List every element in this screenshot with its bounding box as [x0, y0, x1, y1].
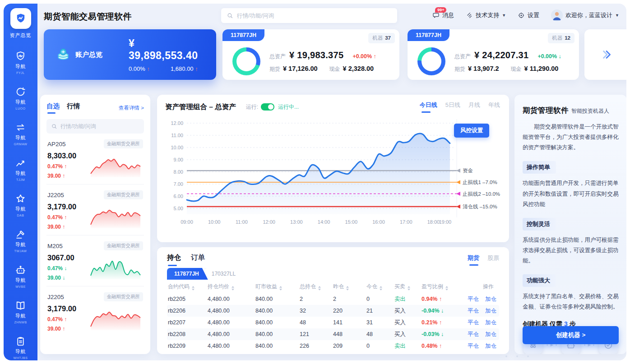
sidebar-item-6[interactable]: 导航TWJAW [4, 226, 37, 255]
table-row[interactable]: rb22064,480.00840.003222021买入-0.94% ↓平仓加… [167, 305, 499, 317]
support-label: 技术支持 [476, 11, 499, 19]
futures-value: ¥ 13,907.2 [468, 65, 499, 72]
carousel-dots[interactable] [505, 355, 529, 357]
svg-text:17:00: 17:00 [400, 219, 412, 225]
sort-icon[interactable] [380, 286, 382, 290]
settings-button[interactable]: 设置 [518, 11, 539, 19]
cell-total-pos: 121 [300, 331, 333, 337]
tab-quotes[interactable]: 行情 [67, 102, 80, 114]
watchlist-item-AP205[interactable]: AP205金融期货交易所8,303.000.47% ↑39.00 ↑ [46, 134, 144, 184]
view-details-link[interactable]: 查看详情 > [119, 105, 144, 111]
book-icon [15, 300, 26, 311]
search-input[interactable] [237, 13, 392, 19]
account-tag: 117877JH [408, 29, 449, 41]
svg-text:6.00: 6.00 [174, 194, 183, 199]
instrument-change-pct: 0.47% ↑ [47, 163, 89, 170]
clipboard-icon [15, 336, 26, 347]
cash-value: ¥ 2,328.00 [343, 65, 374, 72]
robots-count-badge: 机器37 [368, 33, 395, 43]
svg-text:9.00: 9.00 [174, 157, 183, 162]
cell-side: 卖出 [394, 342, 422, 350]
cell-yesterday-pos: 448 [333, 331, 366, 337]
table-row[interactable]: rb22074,480.00840.004814131买入0.21% ↑平仓加仓 [167, 317, 499, 328]
user-menu[interactable]: 欢迎你，蓝蓝设计 ▼ [551, 9, 619, 21]
sort-icon[interactable] [318, 286, 321, 290]
run-toggle[interactable] [261, 103, 274, 111]
sidebar-item-8[interactable]: 导航ZHNWB [4, 297, 37, 327]
sidebar-item-2[interactable]: 导航LUOO [4, 83, 37, 113]
account-card-1[interactable]: 117877JH机器37总资产¥ 19,983.375+0.00% ↑期货¥ 1… [222, 29, 399, 80]
watchlist-item-J2205[interactable]: J2205金融期货交易所3,179.000.47% ↑39.00 ↑ [46, 286, 144, 337]
cell-mtm-profit: 840.00 [255, 343, 300, 349]
watchlist-item-J2205[interactable]: J2205金融期货交易所3,179.000.47% ↑39.00 ↑ [46, 184, 144, 235]
account-tab-170327LL[interactable]: 170327LL [204, 268, 245, 280]
add-position-link[interactable]: 加仓 [485, 319, 496, 327]
svg-text:11.00: 11.00 [171, 133, 183, 138]
add-position-link[interactable]: 加仓 [485, 331, 496, 338]
sidebar-item-5[interactable]: 导航DAB [4, 190, 37, 220]
table-row[interactable]: rb22084,480.00840.0012144848买入-0.03% ↓平仓… [167, 328, 499, 340]
instrument-price: 3,179.00 [47, 203, 89, 211]
trend-icon [15, 157, 26, 169]
add-position-link[interactable]: 加仓 [485, 295, 496, 303]
sort-icon[interactable] [346, 286, 349, 290]
tab-positions[interactable]: 持仓 [167, 253, 181, 266]
close-position-link[interactable]: 平仓 [468, 307, 479, 315]
watchlist-search-input[interactable] [60, 123, 139, 129]
sidebar-item-4[interactable]: 导航TJJM [4, 155, 37, 184]
add-position-link[interactable]: 加仓 [485, 307, 496, 315]
messages-button[interactable]: 99+ 消息 [432, 11, 454, 19]
sort-icon[interactable] [445, 286, 448, 290]
tab-watchlist[interactable]: 自选 [46, 102, 60, 114]
sort-icon[interactable] [279, 286, 282, 290]
svg-text:清仓线 –15.0%: 清仓线 –15.0% [463, 204, 497, 209]
exchange-badge: 金融期货交易所 [104, 241, 144, 250]
add-position-link[interactable]: 加仓 [485, 342, 496, 350]
tab-futures[interactable]: 期货 [468, 254, 479, 266]
period-tab-年线[interactable]: 年线 [488, 101, 500, 113]
sort-icon[interactable] [192, 286, 195, 290]
total-asset-value: ¥ 24,2207.31 [474, 50, 528, 60]
close-position-link[interactable]: 平仓 [468, 342, 479, 350]
cell-yesterday-pos: 141 [333, 319, 366, 326]
sidebar-item-1[interactable]: 导航FYJL [4, 48, 37, 77]
cell-code: rb2209 [168, 343, 208, 349]
table-row[interactable]: rb22054,480.00840.00220卖出0.94% ↑平仓加仓 [167, 293, 499, 305]
close-position-link[interactable]: 平仓 [468, 319, 479, 327]
support-menu[interactable]: 技术支持 ▼ [466, 11, 506, 19]
shield-pulse-icon [15, 51, 26, 62]
carousel-next-button[interactable] [601, 49, 612, 62]
sidebar-item-9[interactable]: 导航WHTJBS [4, 333, 37, 360]
tab-orders[interactable]: 订单 [191, 253, 205, 266]
risk-settings-button[interactable]: 风控设置 [454, 124, 489, 138]
account-overview-card[interactable]: 账户总览 ¥ 39,898,553.40 0.00% ↑ 1,680.00 ↑ [44, 29, 216, 80]
instrument-code: J2205 [47, 192, 64, 198]
account-tab-117877JH[interactable]: 117877JH [167, 268, 208, 280]
period-tab-月线[interactable]: 月线 [468, 101, 480, 113]
sidebar-item-asset-overview[interactable]: 资产总览 [10, 8, 32, 39]
sidebar-item-label: 导航 [15, 134, 26, 141]
close-position-link[interactable]: 平仓 [468, 331, 479, 338]
cell-code: rb2207 [168, 319, 208, 326]
column-header: 总持仓 [300, 283, 333, 290]
period-tab-5日线[interactable]: 5日线 [445, 101, 460, 113]
cell-today-pos: 0 [366, 343, 394, 349]
svg-text:止损线1 –7.0%: 止损线1 –7.0% [462, 180, 497, 185]
column-header: 操作 [465, 283, 498, 290]
create-robot-button[interactable]: 创建机器 > [523, 326, 619, 344]
sort-icon[interactable] [232, 286, 234, 290]
futures-value: ¥ 17,126.00 [283, 65, 318, 72]
sidebar-item-3[interactable]: 导航GRMAW [4, 119, 37, 148]
cell-pl-ratio: 0.48% ↑ [422, 343, 465, 349]
table-row[interactable]: rb22094,480.00840.002262090卖出0.48% ↑平仓加仓 [167, 340, 499, 352]
sidebar-item-7[interactable]: 导航WVBE [4, 262, 37, 291]
tab-stocks[interactable]: 股票 [487, 254, 499, 266]
svg-text:12:00: 12:00 [263, 219, 275, 225]
change-value: +0.00% ↑ [352, 53, 376, 60]
account-card-2[interactable]: 117877JH机器12总资产¥ 24,2207.31+0.00% ↓期货¥ 1… [408, 29, 579, 80]
close-position-link[interactable]: 平仓 [468, 295, 479, 303]
period-tab-今日线[interactable]: 今日线 [420, 101, 437, 113]
watchlist-item-M205[interactable]: M205金融期货交易所3067.000.47% ↓39.00 ↓ [46, 235, 144, 286]
instrument-change-amt: 39.00 ↓ [47, 275, 89, 281]
sort-icon[interactable] [408, 286, 410, 290]
